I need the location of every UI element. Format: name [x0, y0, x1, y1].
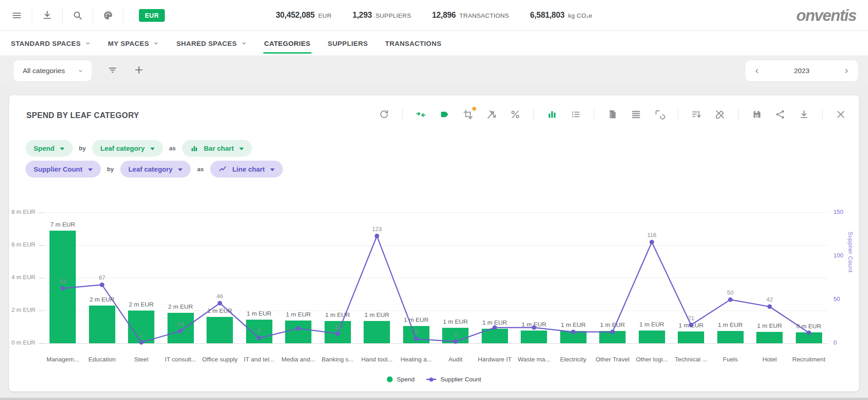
palette-icon[interactable]: [98, 5, 118, 26]
chevron-right-icon: [843, 68, 850, 74]
line-point[interactable]: [689, 323, 693, 327]
legend-item-supplier-count[interactable]: Supplier Count: [426, 376, 481, 383]
right-axis-label: 0: [833, 339, 853, 346]
menu-icon[interactable]: [6, 5, 27, 26]
line-point[interactable]: [610, 330, 615, 334]
main-nav: STANDARD SPACES MY SPACES SHARED SPACES …: [0, 31, 868, 55]
tab-standard-spaces[interactable]: STANDARD SPACES: [11, 31, 91, 55]
supplier-count-marker-icon: [426, 379, 436, 380]
point-value-label: 1: [140, 332, 143, 339]
point-value-label: 21: [688, 315, 694, 321]
point-value-label: 123: [372, 226, 382, 232]
next-year-button[interactable]: [843, 68, 850, 74]
legend-label: Supplier Count: [440, 376, 481, 383]
year-selector: 2023: [745, 60, 858, 81]
left-axis-label: 2 m EUR: [9, 306, 39, 313]
category-label: Recruitment: [781, 356, 837, 363]
point-value-label: 46: [217, 293, 223, 300]
stat-transactions: 12,896 TRANSACTIONS: [432, 10, 509, 20]
legend-item-spend[interactable]: Spend: [387, 376, 414, 383]
right-axis-title: Supplier Count: [847, 232, 854, 327]
stat-unit: EUR: [318, 12, 331, 19]
line-point[interactable]: [100, 282, 104, 287]
tab-my-spaces[interactable]: MY SPACES: [108, 31, 159, 55]
divider: [32, 7, 32, 24]
chevron-down-icon: [153, 40, 159, 46]
line-point[interactable]: [767, 304, 772, 309]
stat-suppliers: 1,293 SUPPLIERS: [352, 10, 411, 20]
window-bottom-edge: [0, 398, 868, 400]
line-path: [63, 236, 809, 342]
legend-label: Spend: [397, 376, 414, 383]
point-value-label: 42: [766, 296, 773, 303]
line-point[interactable]: [217, 301, 222, 306]
spend-marker-icon: [387, 376, 393, 382]
point-value-label: 50: [727, 289, 734, 296]
line-point[interactable]: [532, 325, 536, 330]
point-value-label: 116: [647, 232, 656, 238]
axis-tick: [39, 343, 43, 344]
spend-by-leaf-category-chart: 8 m EUR6 m EUR4 m EUR2 m EUR0 m EUR15010…: [9, 95, 859, 391]
filter-icon[interactable]: [107, 64, 118, 77]
search-icon[interactable]: [67, 5, 88, 26]
stat-unit: kg CO₂e: [568, 12, 592, 19]
axis-tick: [39, 212, 43, 213]
line-point[interactable]: [650, 240, 654, 244]
line-point[interactable]: [414, 336, 419, 341]
chevron-down-icon: [85, 40, 91, 46]
divider: [123, 7, 123, 24]
tab-label: MY SPACES: [108, 40, 149, 47]
line-point[interactable]: [139, 340, 143, 345]
download-icon[interactable]: [37, 5, 58, 26]
onventis-logo: onventis: [796, 6, 856, 25]
chevron-left-icon: [754, 68, 760, 74]
stat-unit: SUPPLIERS: [375, 12, 411, 19]
line-point[interactable]: [60, 286, 65, 291]
stat-unit: TRANSACTIONS: [459, 12, 509, 19]
previous-year-button[interactable]: [754, 68, 760, 74]
category-filter-select[interactable]: All categories: [14, 60, 92, 81]
left-axis-label: 8 m EUR: [9, 208, 39, 215]
point-value-label: 6: [257, 327, 261, 334]
tab-label: SHARED SPACES: [176, 40, 237, 47]
stat-co2: 6,581,803 kg CO₂e: [530, 10, 592, 20]
point-value-label: 2: [454, 331, 457, 338]
line-point[interactable]: [375, 234, 379, 238]
chevron-down-icon: [241, 40, 247, 46]
currency-badge[interactable]: EUR: [139, 9, 165, 22]
tab-categories[interactable]: CATEGORIES: [264, 31, 311, 55]
stat-value: 1,293: [352, 10, 372, 20]
point-value-label: 67: [99, 274, 105, 281]
tab-label: CATEGORIES: [264, 40, 311, 47]
filter-bar: All categories 2023: [0, 55, 868, 86]
category-filter-value: All categories: [23, 67, 65, 75]
tab-label: SUPPLIERS: [328, 40, 368, 47]
tab-transactions[interactable]: TRANSACTIONS: [385, 31, 441, 55]
chart-legend: Spend Supplier Count: [9, 376, 859, 383]
line-point[interactable]: [807, 331, 811, 335]
spend-by-leaf-category-panel: SPEND BY LEAF CATEGORY: [9, 95, 859, 391]
tab-suppliers[interactable]: SUPPLIERS: [328, 31, 368, 55]
line-point[interactable]: [257, 336, 261, 340]
stat-value: 30,452,085: [276, 10, 315, 20]
axis-tick: [39, 278, 43, 278]
tab-label: TRANSACTIONS: [385, 40, 441, 47]
year-value: 2023: [794, 67, 809, 75]
line-point[interactable]: [728, 297, 733, 302]
line-point[interactable]: [493, 325, 497, 330]
left-axis-label: 4 m EUR: [9, 274, 39, 281]
kpi-stats: 30,452,085 EUR 1,293 SUPPLIERS 12,896 TR…: [276, 0, 592, 30]
line-point[interactable]: [178, 329, 183, 333]
axis-tick: [39, 311, 43, 311]
stat-value: 6,581,803: [530, 10, 564, 20]
point-value-label: 63: [59, 278, 66, 285]
add-icon[interactable]: [133, 64, 144, 77]
line-point[interactable]: [296, 326, 301, 331]
line-point[interactable]: [335, 331, 340, 336]
top-header: EUR 30,452,085 EUR 1,293 SUPPLIERS 12,89…: [0, 0, 868, 31]
line-point[interactable]: [453, 339, 458, 344]
axis-tick: [39, 245, 43, 246]
supplier-count-line: 63671144661112352116215042: [43, 211, 829, 343]
tab-shared-spaces[interactable]: SHARED SPACES: [176, 31, 247, 55]
line-point[interactable]: [571, 330, 576, 334]
